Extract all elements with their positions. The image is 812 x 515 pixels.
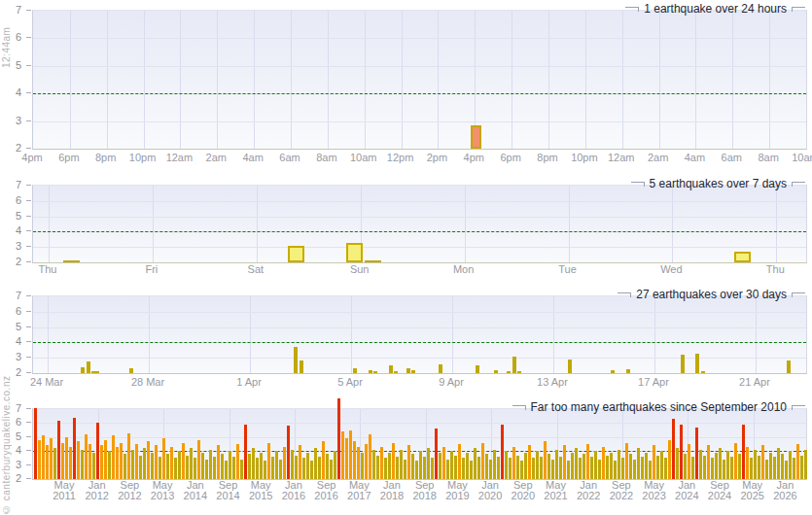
earthquake-bar[interactable] [178,451,181,479]
earthquake-bar[interactable] [758,456,760,480]
earthquake-bar[interactable] [649,461,652,479]
earthquake-bar[interactable] [419,451,422,479]
earthquake-bar[interactable] [267,443,270,479]
earthquake-bar[interactable] [53,448,56,479]
earthquake-bar[interactable] [337,398,340,480]
earthquake-bar[interactable] [458,444,461,479]
earthquake-bar[interactable] [407,445,410,479]
earthquake-bar[interactable] [392,443,395,479]
earthquake-bar[interactable] [349,430,352,479]
earthquake-bar[interactable] [672,419,675,479]
earthquake-bar[interactable] [738,454,741,479]
earthquake-bar[interactable] [695,354,699,374]
earthquake-bar[interactable] [512,357,516,373]
earthquake-bar[interactable] [505,451,508,479]
earthquake-bar[interactable] [610,453,613,479]
earthquake-bar[interactable] [65,437,68,479]
earthquake-bar[interactable] [509,458,512,479]
earthquake-bar[interactable] [205,460,208,479]
earthquake-bar[interactable] [645,453,648,479]
earthquake-bar[interactable] [551,460,554,479]
earthquake-bar[interactable] [57,421,60,480]
earthquake-bar[interactable] [680,425,683,479]
earthquake-bar[interactable] [116,447,119,479]
earthquake-bar[interactable] [81,450,84,479]
earthquake-bar[interactable] [341,431,344,479]
earthquake-bar[interactable] [411,454,414,479]
earthquake-bar[interactable] [376,456,379,480]
earthquake-bar[interactable] [369,370,372,373]
earthquake-bar[interactable] [532,458,535,479]
earthquake-bar[interactable] [190,448,193,479]
earthquake-bar[interactable] [46,445,49,479]
earthquake-bar[interactable] [155,445,158,479]
earthquake-bar[interactable] [676,448,679,479]
earthquake-bar[interactable] [611,370,615,373]
earthquake-bar[interactable] [389,365,393,373]
earthquake-bar[interactable] [497,457,500,479]
earthquake-bar[interactable] [38,440,41,479]
earthquake-bar[interactable] [384,458,387,479]
earthquake-bar[interactable] [785,461,788,479]
earthquake-bar[interactable] [217,445,220,479]
earthquake-bar[interactable] [800,456,803,480]
earthquake-bar[interactable] [470,461,473,479]
earthquake-bar[interactable] [73,418,76,479]
earthquake-bar[interactable] [773,457,776,479]
earthquake-bar[interactable] [520,461,523,479]
earthquake-bar[interactable] [493,450,496,479]
earthquake-bar[interactable] [104,440,107,479]
earthquake-bar[interactable] [471,125,481,149]
earthquake-bar[interactable] [96,423,99,479]
earthquake-bar[interactable] [244,425,247,479]
earthquake-bar[interactable] [380,447,383,479]
earthquake-bar[interactable] [517,371,521,373]
earthquake-bar[interactable] [400,450,403,479]
earthquake-bar[interactable] [108,451,111,479]
earthquake-bar[interactable] [618,450,620,479]
earthquake-bar[interactable] [793,458,795,479]
earthquake-bar[interactable] [501,425,504,479]
earthquake-bar[interactable] [568,360,572,373]
earthquake-bar[interactable] [586,444,589,479]
earthquake-bar[interactable] [804,450,807,479]
earthquake-bar[interactable] [147,441,150,479]
earthquake-bar[interactable] [170,447,173,479]
earthquake-bar[interactable] [135,444,138,479]
earthquake-bar[interactable] [209,450,212,479]
earthquake-bar[interactable] [536,451,539,479]
earthquake-bar[interactable] [131,450,134,479]
earthquake-bar[interactable] [633,460,636,479]
earthquake-bar[interactable] [567,461,570,479]
earthquake-bar[interactable] [61,443,64,479]
earthquake-bar[interactable] [166,454,169,479]
earthquake-bar[interactable] [765,460,768,479]
earthquake-bar[interactable] [300,360,303,373]
earthquake-bar[interactable] [446,460,449,479]
earthquake-bar[interactable] [353,441,356,479]
earthquake-bar[interactable] [703,456,706,480]
earthquake-bar[interactable] [279,460,282,479]
earthquake-bar[interactable] [256,458,259,479]
earthquake-bar[interactable] [345,438,348,479]
earthquake-bar[interactable] [789,451,792,479]
earthquake-bar[interactable] [240,460,243,479]
earthquake-bar[interactable] [42,435,45,479]
earthquake-bar[interactable] [88,444,91,479]
earthquake-bar[interactable] [275,451,278,479]
earthquake-bar[interactable] [796,444,799,479]
earthquake-bar[interactable] [507,371,511,373]
earthquake-bar[interactable] [357,447,360,479]
earthquake-bar[interactable] [462,458,465,479]
earthquake-bar[interactable] [322,441,325,479]
earthquake-bar[interactable] [614,461,617,479]
earthquake-bar[interactable] [664,458,667,479]
earthquake-bar[interactable] [466,453,469,479]
earthquake-bar[interactable] [777,448,780,479]
earthquake-bar[interactable] [450,451,453,479]
earthquake-bar[interactable] [439,453,441,479]
earthquake-bar[interactable] [213,457,216,479]
earthquake-bar[interactable] [695,428,698,479]
earthquake-bar[interactable] [159,457,161,479]
earthquake-bar[interactable] [575,448,578,479]
